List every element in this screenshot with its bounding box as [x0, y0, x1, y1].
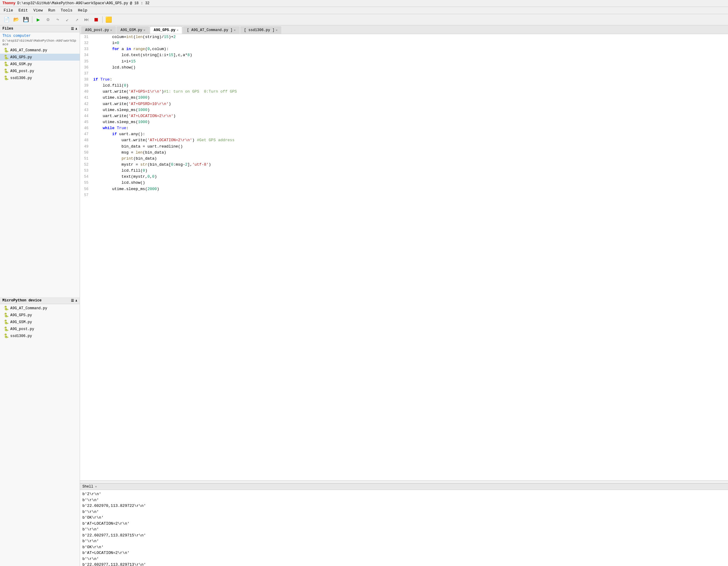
sidebar-file-a9g-post[interactable]: 🐍 A9G_post.py [0, 68, 80, 75]
python-file-icon: 🐍 [4, 333, 9, 338]
micropython-controls: ☰ ∧ [71, 299, 77, 302]
menu-edit[interactable]: Edit [16, 8, 30, 13]
step-into-button[interactable]: ↙ [63, 15, 72, 24]
new-button[interactable]: 📄 [2, 15, 11, 24]
shell-line: b'AT+LOCATION=2\r\n' [82, 521, 726, 527]
tab-a9g-gps[interactable]: A9G_GPS.py ✕ [150, 26, 182, 34]
tab-close-icon[interactable]: ✕ [276, 28, 277, 32]
sidebar-file-ssd1306[interactable]: 🐍 ssd1306.py [0, 75, 80, 82]
micropython-device-section: 🐍 A9G_AT_Command.py 🐍 A9G_GPS.py 🐍 A9G_G… [0, 304, 80, 566]
tab-close-icon[interactable]: ✕ [143, 28, 145, 32]
shell-line: b'22.602970,113.829722\r\n' [82, 503, 726, 509]
python-file-icon: 🐍 [4, 75, 9, 81]
title-position: @ 18 : 32 [130, 1, 149, 5]
shell-line: b'\r\n' [82, 509, 726, 515]
code-editor[interactable]: 31 colum=int(len(string)/15)+2 32 i=0 33… [80, 34, 728, 480]
tab-label: [ ssd1306.py ] [244, 28, 275, 32]
sidebar-file-label: A9G_post.py [10, 69, 34, 73]
shell-line: b'22.602977,113.829713\r\n' [82, 562, 726, 566]
step-out-button[interactable]: ↗ [73, 15, 81, 24]
menubar: File Edit View Run Tools Help [0, 7, 728, 14]
menu-view[interactable]: View [31, 8, 45, 13]
toolbar-sep-1 [32, 16, 32, 23]
sidebar-dev-file-a9g-post[interactable]: 🐍 A9G_post.py [0, 325, 80, 332]
python-file-icon: 🐍 [4, 48, 9, 53]
shell-content[interactable]: b'2\r\n' b'\r\n' b'22.602970,113.829722\… [80, 490, 728, 566]
tab-a9g-post[interactable]: A9G_post.py ✕ [81, 26, 116, 34]
shell-line: b'\r\n' [82, 526, 726, 532]
this-computer-label: This computer [0, 33, 80, 39]
flag-button[interactable]: 🟨 [104, 15, 113, 24]
sidebar-expand-icon[interactable]: ∧ [75, 27, 77, 31]
code-line-35: 35 i=i+15 [80, 59, 728, 65]
sidebar-dev-file-ssd1306[interactable]: 🐍 ssd1306.py [0, 332, 80, 339]
sidebar-dev-file-a9g-gsm[interactable]: 🐍 A9G_GSM.py [0, 318, 80, 325]
sidebar-file-a9g-gsm[interactable]: 🐍 A9G_GSM.py [0, 61, 80, 68]
code-line-32: 32 i=0 [80, 40, 728, 46]
sidebar-file-a9g-gps[interactable]: 🐍 A9G_GPS.py [0, 54, 80, 61]
run-button[interactable]: ▶ [34, 15, 43, 24]
main-layout: Files ☰ ∧ This computer D:\esp32\GitHub\… [0, 25, 728, 566]
tab-close-icon[interactable]: ✕ [234, 28, 236, 32]
code-line-52: 52 mystr = str(bin_data[0:msg-2],'utf-8'… [80, 162, 728, 168]
step-over-button[interactable]: ↷ [53, 15, 62, 24]
sidebar-files-header: Files ☰ ∧ [0, 25, 80, 32]
debug-button[interactable]: ⚙ [44, 15, 52, 24]
code-line-37: 37 [80, 71, 728, 77]
sidebar-dev-file-a9g-gps[interactable]: 🐍 A9G_GPS.py [0, 312, 80, 318]
sidebar-file-label: ssd1306.py [10, 334, 32, 338]
sidebar-file-label: A9G_AT_Command.py [10, 306, 47, 310]
shell-tab-close[interactable]: ✕ [95, 485, 97, 488]
save-button[interactable]: 💾 [22, 15, 30, 24]
code-line-40: 40 uart.write('AT+GPS=1\r\n')#1: turn on… [80, 89, 728, 95]
editor-area: A9G_post.py ✕ A9G_GSM.py ✕ A9G_GPS.py ✕ … [80, 25, 728, 566]
micropython-section-header: MicroPython device ☰ ∧ [0, 297, 80, 304]
sidebar-file-label: A9G_GPS.py [10, 55, 32, 59]
sidebar-files-label: Files [2, 27, 13, 31]
code-line-49: 49 bin_data = uart.readline() [80, 144, 728, 150]
tab-label: [ A9G_AT_Command.py ] [187, 28, 232, 32]
code-hscrollbar[interactable] [80, 480, 728, 483]
sidebar-menu-icon[interactable]: ☰ [71, 27, 74, 31]
code-line-48: 48 uart.write('AT+LOCATION=2\r\n') #Get … [80, 137, 728, 143]
sidebar-file-label: ssd1306.py [10, 76, 32, 80]
menu-tools[interactable]: Tools [58, 8, 75, 13]
code-line-34: 34 lcd.text(string[i:i+15],c,a*8) [80, 52, 728, 58]
sidebar-file-label: A9G_GSM.py [10, 320, 32, 324]
resume-button[interactable]: ⏭ [82, 15, 91, 24]
open-button[interactable]: 📂 [12, 15, 21, 24]
menu-help[interactable]: Help [75, 8, 90, 13]
code-line-55: 55 lcd.show() [80, 180, 728, 186]
tab-a9g-gsm[interactable]: A9G_GSM.py ✕ [117, 26, 149, 34]
tab-label: A9G_GSM.py [120, 28, 142, 32]
tab-ssd1306[interactable]: [ ssd1306.py ] ✕ [240, 26, 282, 34]
tab-close-icon[interactable]: ✕ [177, 28, 178, 32]
toolbar-sep-2 [102, 16, 103, 23]
micropython-label: MicroPython device [2, 298, 42, 302]
sidebar-controls: ☰ ∧ [71, 27, 77, 31]
code-line-36: 36 lcd.show() [80, 65, 728, 71]
shell-tab-label[interactable]: Shell [82, 484, 93, 489]
shell-line: b'\r\n' [82, 497, 726, 503]
code-line-43: 43 utime.sleep_ms(1000) [80, 107, 728, 113]
python-file-icon: 🐍 [4, 312, 9, 318]
sidebar-file-a9g-at-command[interactable]: 🐍 A9G_AT_Command.py [0, 47, 80, 54]
shell-line: b'AT+LOCATION=2\r\n' [82, 550, 726, 556]
sidebar-dev-file-a9g-at-command[interactable]: 🐍 A9G_AT_Command.py [0, 305, 80, 312]
stop-button[interactable]: ⏹ [92, 15, 101, 24]
micropython-menu-icon[interactable]: ☰ [71, 299, 74, 302]
tab-close-icon[interactable]: ✕ [110, 28, 112, 32]
titlebar: Thonny D:\esp32\GitHub\MakePython-A9G\wo… [0, 0, 728, 7]
code-line-45: 45 utime.sleep_ms(1000) [80, 119, 728, 125]
code-line-47: 47 if uart.any(): [80, 131, 728, 137]
sidebar-file-label: A9G_post.py [10, 327, 34, 331]
menu-run[interactable]: Run [46, 8, 58, 13]
menu-file[interactable]: File [1, 8, 15, 13]
tab-a9g-at-command[interactable]: [ A9G_AT_Command.py ] ✕ [183, 26, 239, 34]
code-line-51: 51 print(bin_data) [80, 156, 728, 162]
code-line-50: 50 msg = len(bin_data) [80, 150, 728, 156]
tab-bar: A9G_post.py ✕ A9G_GSM.py ✕ A9G_GPS.py ✕ … [80, 25, 728, 34]
shell-header: Shell ✕ [80, 484, 728, 490]
code-line-41: 41 utime.sleep_ms(1000) [80, 95, 728, 101]
micropython-expand-icon[interactable]: ∧ [75, 299, 77, 302]
